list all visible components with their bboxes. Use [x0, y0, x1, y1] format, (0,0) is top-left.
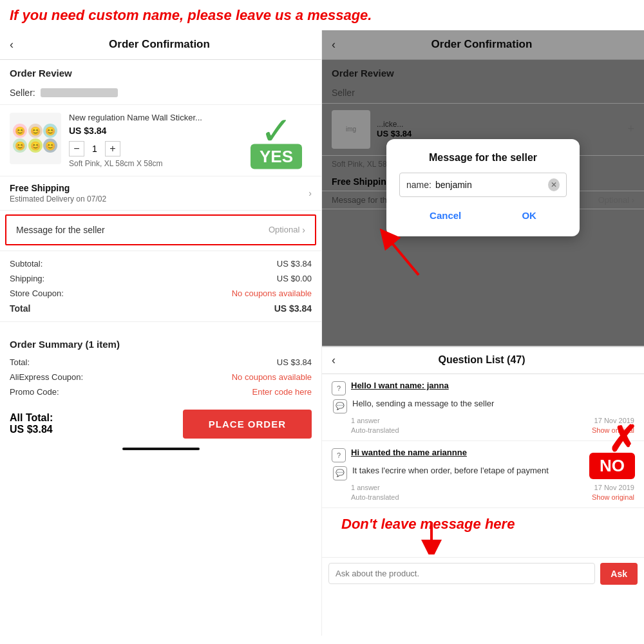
question-item-1: ? Hello I want name: janna 💬 Hello, send… [322, 374, 644, 441]
total-row: Total US $3.84 [0, 301, 321, 316]
banner-text: If you need custom name, please leave us… [10, 6, 634, 25]
store-coupon-value[interactable]: No coupons available [232, 289, 312, 298]
dialog-overlay: Message for the seller name: ✕ Cancel OK [322, 30, 644, 346]
divider-2 [0, 321, 321, 322]
q1-translated-meta: Auto-translated Show original [332, 426, 634, 434]
q2-a-icon: 💬 [333, 466, 347, 480]
yes-badge: YES [251, 144, 302, 169]
face-1: 😊 [13, 124, 27, 138]
yes-overlay: ✓ YES [251, 111, 302, 169]
seller-label: Seller: [10, 88, 35, 98]
q2-answers-count: 1 answer [351, 484, 380, 491]
qty-minus[interactable]: − [69, 141, 84, 156]
product-image: 😊 😊 😊 😊 😊 😊 [10, 113, 61, 164]
promo-value[interactable]: Enter code here [252, 387, 312, 397]
q2-meta-right: 17 Nov 2019 [594, 484, 634, 491]
q1-a-text: Hello, sending a message to the seller [352, 399, 494, 408]
ask-input[interactable] [328, 563, 595, 584]
aliexpress-coupon-row: AliExpress Coupon: No coupons available [0, 370, 321, 384]
shipping-info: Free Shipping Estimated Delivery on 07/0… [10, 183, 106, 204]
left-screen-title: Order Confirmation [20, 38, 299, 51]
all-total-section: All Total: US $3.84 [10, 412, 53, 435]
q2-a-text: It takes l'ecrire when order, before l'e… [352, 466, 549, 475]
optional-text: Optional [269, 225, 299, 234]
face-3: 😊 [43, 124, 57, 138]
top-banner: If you need custom name, please leave us… [0, 0, 644, 30]
q1-a-icon: 💬 [333, 399, 347, 413]
q1-q-icon: ? [332, 381, 346, 395]
q1-answer: 💬 Hello, sending a message to the seller [332, 399, 634, 413]
left-panel: ‹ Order Confirmation Order Review Seller… [0, 30, 322, 636]
shipping-cost-label: Shipping: [10, 274, 44, 283]
order-summary-title: Order Summary (1 item) [0, 334, 321, 355]
promo-label: Promo Code: [10, 387, 59, 397]
order-review-label: Order Review [0, 60, 321, 84]
face-5: 😊 [28, 138, 43, 153]
q1-question: ? Hello I want name: janna [332, 381, 634, 395]
question-list-section: ‹ Question List (47) ? Hello I want name… [322, 346, 644, 636]
store-coupon-label: Store Coupon: [10, 289, 64, 298]
store-coupon-row: Store Coupon: No coupons available [0, 286, 321, 301]
divider-1 [0, 251, 321, 251]
aliexpress-coupon-value[interactable]: No coupons available [232, 372, 312, 382]
product-faces: 😊 😊 😊 😊 😊 😊 [13, 124, 58, 153]
message-seller-label: Message for the seller [16, 225, 105, 235]
seller-blur [41, 88, 118, 97]
main-layout: ‹ Order Confirmation Order Review Seller… [0, 30, 644, 636]
message-dialog: Message for the seller name: ✕ Cancel OK [386, 139, 580, 236]
subtotal-row: Subtotal: US $3.84 [0, 256, 321, 271]
ql-header: ‹ Question List (47) [322, 347, 644, 374]
q1-text: Hello I want name: janna [351, 381, 449, 390]
ql-back-button[interactable]: ‹ [332, 354, 336, 367]
dialog-name-input[interactable] [435, 180, 548, 190]
summary-total-label: Total: [10, 357, 30, 367]
chevron-right-icon: › [308, 188, 312, 198]
product-row: 😊 😊 😊 😊 😊 😊 New regulation Name Wall Sti… [0, 105, 321, 176]
all-total-value: US $3.84 [10, 424, 53, 435]
q2-show-original[interactable]: Show original [592, 493, 634, 501]
dialog-input-label: name: [406, 180, 431, 190]
aliexpress-coupon-label: AliExpress Coupon: [10, 372, 83, 382]
shipping-title: Free Shipping [10, 183, 106, 193]
no-badge: NO [589, 453, 635, 479]
dialog-cancel-button[interactable]: Cancel [417, 207, 474, 223]
shipping-row[interactable]: Free Shipping Estimated Delivery on 07/0… [0, 176, 321, 211]
dialog-title: Message for the seller [399, 152, 567, 164]
qty-number: 1 [84, 144, 105, 154]
qty-plus[interactable]: + [105, 141, 120, 156]
total-value: US $3.84 [274, 303, 312, 314]
shipping-cost-row: Shipping: US $0.00 [0, 271, 321, 286]
q2-translated-meta: Auto-translated Show original [332, 493, 634, 501]
total-label: Total [10, 303, 30, 314]
q2-q-icon: ? [332, 448, 346, 462]
ql-title: Question List (47) [342, 354, 621, 366]
message-seller-row[interactable]: Message for the seller Optional › [5, 214, 316, 245]
ask-row: Ask [322, 557, 644, 590]
back-button[interactable]: ‹ [10, 38, 14, 52]
right-top: ‹ Order Confirmation Order Review Seller… [322, 30, 644, 346]
q2-auto-translated: Auto-translated [351, 493, 399, 501]
face-4: 😊 [13, 138, 27, 153]
dialog-ok-button[interactable]: OK [509, 207, 549, 223]
q2-date: 17 Nov 2019 [594, 484, 634, 491]
dialog-clear-button[interactable]: ✕ [548, 178, 560, 191]
q2-meta: 1 answer 17 Nov 2019 [332, 484, 634, 491]
message-chevron-icon: › [302, 225, 305, 235]
summary-total-row: Total: US $3.84 [0, 355, 321, 370]
q1-meta: 1 answer 17 Nov 2019 [332, 417, 634, 424]
order-summary-section: Order Summary (1 item) Total: US $3.84 A… [0, 327, 321, 406]
subtotal-label: Subtotal: [10, 259, 43, 269]
left-header: ‹ Order Confirmation [0, 30, 321, 60]
summary-total-value: US $3.84 [277, 357, 312, 367]
subtotal-value: US $3.84 [277, 259, 312, 269]
promo-row: Promo Code: Enter code here [0, 384, 321, 399]
place-order-button[interactable]: PLACE ORDER [183, 410, 312, 439]
dialog-buttons: Cancel OK [399, 207, 567, 223]
all-total-label: All Total: [10, 412, 53, 424]
ask-button[interactable]: Ask [600, 563, 638, 585]
q1-auto-translated: Auto-translated [351, 426, 399, 434]
right-panel: ‹ Order Confirmation Order Review Seller… [322, 30, 644, 636]
q2-text: Hi wanted the name ariannne [351, 448, 467, 457]
dialog-input-row: name: ✕ [399, 173, 567, 197]
message-seller-right: Optional › [269, 225, 305, 235]
